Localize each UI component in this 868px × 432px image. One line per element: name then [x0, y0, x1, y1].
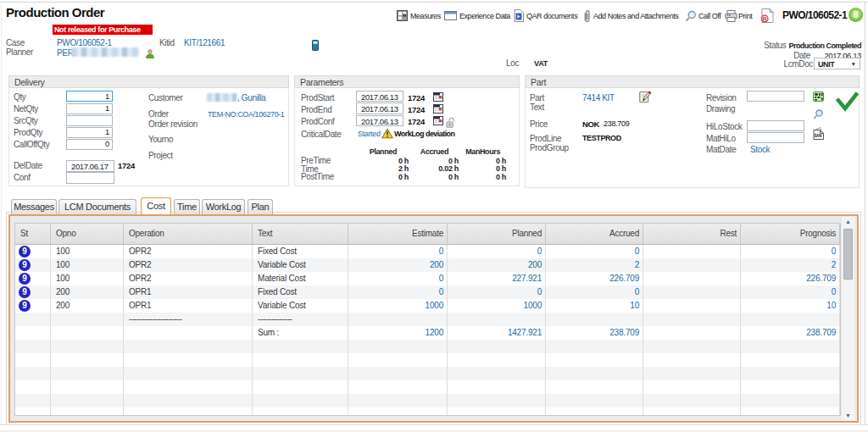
- svg-text:SAN: SAN: [814, 134, 822, 138]
- svg-text:R: R: [762, 15, 767, 23]
